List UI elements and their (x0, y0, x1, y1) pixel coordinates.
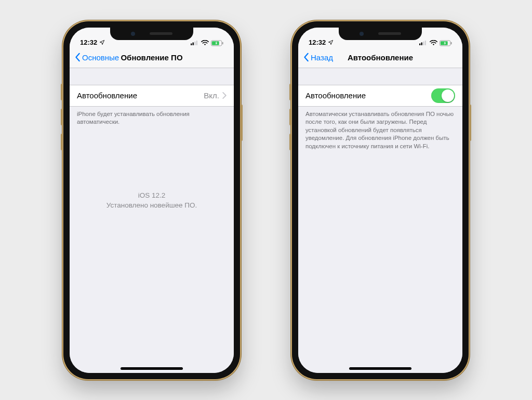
svg-rect-11 (425, 41, 426, 45)
screen-left: 12:32 (70, 28, 234, 373)
battery-charging-icon (440, 40, 452, 46)
battery-charging-icon (211, 40, 223, 46)
back-button[interactable]: Основные (73, 47, 121, 68)
svg-rect-6 (222, 42, 223, 44)
svg-point-12 (433, 44, 434, 45)
chevron-left-icon (75, 53, 81, 62)
content-area: Автообновление Автоматически устанавлива… (298, 68, 462, 373)
row-label: Автообновление (305, 91, 366, 100)
wifi-icon (430, 40, 437, 46)
home-indicator[interactable] (349, 367, 411, 370)
screen-right: 12:32 (298, 28, 462, 373)
phone-frame-right: 12:32 (292, 21, 469, 379)
svg-rect-1 (193, 43, 194, 45)
section-footer: iPhone будет устанавливать обновления ав… (70, 107, 234, 126)
signal-icon (191, 40, 199, 46)
svg-rect-0 (191, 43, 192, 45)
svg-point-4 (204, 44, 205, 45)
back-label: Основные (82, 53, 119, 62)
home-indicator[interactable] (121, 367, 183, 370)
svg-rect-9 (421, 43, 422, 45)
back-button[interactable]: Назад (301, 47, 335, 68)
update-status-message: iOS 12.2 Установлено новейшее ПО. (70, 190, 234, 211)
phone-frame-left: 12:32 (63, 21, 240, 379)
back-label: Назад (311, 53, 333, 62)
row-auto-update[interactable]: Автообновление Вкл. (70, 85, 234, 107)
location-icon (99, 40, 105, 45)
svg-rect-2 (194, 42, 195, 45)
section-footer: Автоматически устанавливать обновления П… (298, 107, 462, 151)
row-value: Вкл. (204, 91, 219, 100)
content-area: Автообновление Вкл. iPhone будет устанав… (70, 68, 234, 373)
svg-rect-8 (419, 43, 420, 45)
notch (110, 28, 193, 40)
status-time: 12:32 (309, 38, 326, 46)
chevron-left-icon (303, 53, 310, 62)
ios-version: iOS 12.2 (70, 190, 234, 201)
svg-rect-10 (423, 42, 424, 45)
location-icon (328, 40, 334, 45)
row-auto-update-toggle: Автообновление (298, 85, 462, 107)
nav-bar: Основные Обновление ПО (70, 47, 234, 68)
signal-icon (419, 40, 428, 46)
svg-rect-3 (196, 41, 197, 45)
chevron-right-icon (222, 92, 227, 99)
auto-update-toggle[interactable] (431, 88, 455, 103)
svg-rect-14 (451, 42, 452, 44)
row-label: Автообновление (77, 91, 137, 100)
wifi-icon (201, 40, 209, 46)
nav-bar: Назад Автообновление (298, 47, 462, 68)
status-time: 12:32 (80, 38, 97, 46)
notch (339, 28, 422, 40)
update-status-text: Установлено новейшее ПО. (70, 200, 234, 211)
